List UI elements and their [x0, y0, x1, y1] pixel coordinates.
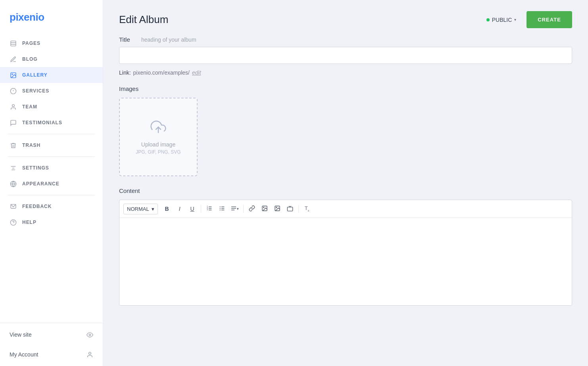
services-icon: [10, 87, 17, 94]
italic-button[interactable]: I: [174, 203, 186, 214]
format-select[interactable]: NORMAL ▾: [123, 204, 158, 214]
title-field-row: Title heading of your album: [119, 36, 572, 43]
upload-label: Upload image: [141, 141, 175, 148]
sidebar-label-trash: TRASH: [22, 143, 40, 148]
align-chevron: ▾: [237, 207, 239, 211]
italic-icon: I: [179, 206, 181, 212]
link-row: Link: pixenio.com/examples/ edit: [119, 69, 572, 76]
sidebar-item-trash[interactable]: TRASH: [0, 137, 103, 153]
title-input[interactable]: [119, 47, 572, 64]
underline-button[interactable]: U: [186, 203, 198, 214]
link-button[interactable]: [246, 203, 258, 214]
gallery-icon: [10, 71, 17, 79]
feedback-icon: [10, 203, 17, 210]
sidebar-item-feedback[interactable]: FEEDBACK: [0, 198, 103, 214]
toolbar-divider-2: [243, 205, 244, 213]
status-dot: [486, 18, 490, 21]
settings-icon: [10, 164, 17, 171]
sidebar-item-blog[interactable]: BLOG: [0, 51, 103, 67]
sidebar-label-testimonials: TESTIMONIALS: [22, 120, 62, 125]
view-site-item[interactable]: View site: [0, 325, 103, 345]
sidebar-item-team[interactable]: TEAM: [0, 99, 103, 115]
unordered-list-icon: [219, 205, 225, 213]
upload-types: JPG, GIF, PNG, SVG: [136, 149, 181, 155]
nav-divider-1: [8, 134, 95, 134]
blog-icon: [10, 56, 17, 63]
sidebar-label-services: SERVICES: [22, 88, 49, 94]
create-button[interactable]: CREATE: [527, 11, 572, 28]
sidebar-item-appearance[interactable]: APPEARANCE: [0, 176, 103, 192]
pages-icon: [10, 40, 17, 47]
toolbar-divider-1: [201, 205, 201, 213]
svg-point-4: [12, 73, 12, 74]
eye-icon: [86, 331, 93, 338]
sidebar-label-help: HELP: [22, 220, 37, 225]
image-inline-button[interactable]: [259, 203, 271, 214]
format-chevron-icon: ▾: [152, 206, 154, 212]
appearance-icon: [10, 180, 17, 187]
sidebar-label-feedback: FEEDBACK: [22, 204, 52, 209]
logo-area: pixenio: [0, 0, 103, 31]
user-icon: [86, 351, 93, 358]
svg-rect-39: [287, 207, 292, 211]
sidebar-item-services[interactable]: SERVICES: [0, 83, 103, 99]
editor-toolbar: NORMAL ▾ B I U: [119, 200, 572, 218]
svg-rect-0: [11, 41, 16, 46]
chevron-down-icon: ▾: [514, 17, 516, 22]
svg-point-29: [219, 206, 220, 207]
sidebar-item-pages[interactable]: PAGES: [0, 35, 103, 51]
unordered-list-button[interactable]: [216, 203, 228, 214]
underline-icon: U: [190, 206, 194, 212]
svg-point-30: [219, 208, 220, 209]
sidebar-item-help[interactable]: HELP: [0, 214, 103, 230]
content-section-title: Content: [119, 187, 572, 194]
image-block-button[interactable]: [271, 203, 283, 214]
link-edit[interactable]: edit: [192, 69, 201, 76]
title-label: Title: [119, 36, 135, 43]
svg-point-17: [89, 334, 90, 335]
upload-icon: [150, 119, 166, 137]
page-title: Edit Album: [119, 13, 168, 26]
sidebar-label-pages: PAGES: [22, 40, 40, 46]
header-right: PUBLIC ▾ CREATE: [482, 11, 572, 28]
status-text: PUBLIC: [492, 17, 512, 23]
clear-format-icon: Tx: [305, 205, 309, 212]
bold-icon: B: [165, 206, 169, 212]
image-block-icon: [274, 205, 281, 213]
embed-button[interactable]: [284, 203, 296, 214]
link-label: Link:: [119, 69, 131, 76]
upload-zone[interactable]: Upload image JPG, GIF, PNG, SVG: [119, 98, 198, 176]
main-content: Edit Album PUBLIC ▾ CREATE Title heading…: [103, 0, 588, 366]
main-header: Edit Album PUBLIC ▾ CREATE: [103, 0, 588, 36]
form-content: Title heading of your album Link: pixeni…: [103, 36, 588, 322]
sidebar-label-gallery: GALLERY: [22, 72, 48, 78]
sidebar-item-gallery[interactable]: GALLERY: [0, 67, 103, 83]
trash-icon: [10, 142, 17, 149]
ordered-list-icon: 1 2 3: [206, 205, 213, 213]
clear-format-button[interactable]: Tx: [301, 203, 313, 214]
testimonials-icon: [10, 119, 17, 126]
sidebar-item-settings[interactable]: SETTINGS: [0, 160, 103, 176]
format-select-value: NORMAL: [127, 206, 149, 212]
svg-point-8: [12, 104, 14, 107]
sidebar-nav: PAGES BLOG GALLERY: [0, 31, 103, 323]
editor-body[interactable]: [119, 218, 572, 305]
svg-point-38: [276, 207, 277, 208]
svg-point-36: [263, 207, 264, 208]
view-site-label: View site: [10, 331, 32, 338]
image-inline-icon: [261, 205, 268, 213]
align-button[interactable]: ▾: [229, 203, 241, 214]
embed-icon: [287, 205, 293, 213]
ordered-list-button[interactable]: 1 2 3: [204, 203, 215, 214]
link-icon: [249, 205, 255, 213]
sidebar-item-testimonials[interactable]: TESTIMONIALS: [0, 115, 103, 131]
title-hint: heading of your album: [141, 37, 196, 43]
bold-button[interactable]: B: [161, 203, 173, 214]
status-badge[interactable]: PUBLIC ▾: [482, 14, 521, 25]
svg-point-18: [88, 352, 91, 354]
logo: pixenio: [10, 11, 44, 23]
align-icon: [231, 205, 237, 213]
help-icon: [10, 219, 17, 226]
my-account-item[interactable]: My Account: [0, 345, 103, 364]
sidebar: pixenio PAGES BLOG: [0, 0, 103, 366]
